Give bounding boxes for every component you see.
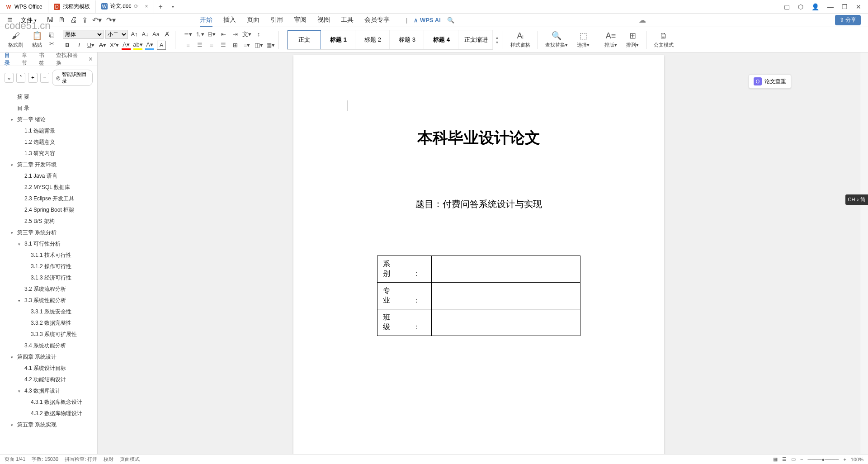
save-icon[interactable]: 🖫 xyxy=(47,16,54,24)
shading-button[interactable]: A▾ xyxy=(145,41,154,50)
shrink-font-icon[interactable]: A↓ xyxy=(141,30,150,39)
search-icon[interactable]: 🔍 xyxy=(447,17,454,24)
ribbon-tab-start[interactable]: 开始 xyxy=(200,14,212,27)
window-close-icon[interactable]: ✕ xyxy=(856,3,861,10)
font-color-button[interactable]: A▾ xyxy=(122,41,131,50)
file-menu[interactable]: 文件▾ xyxy=(18,16,39,24)
align-left-icon[interactable]: ≡ xyxy=(184,41,193,50)
collapse-all-button[interactable]: ⌄ xyxy=(5,73,14,83)
paragraph-shading-icon[interactable]: ◫▾ xyxy=(254,41,263,50)
outline-item[interactable]: 1.1 选题背景 xyxy=(5,125,97,137)
outline-item[interactable]: 2.1 Java 语言 xyxy=(5,170,97,182)
outline-item[interactable]: 2.5 B/S 架构 xyxy=(5,216,97,227)
document-title[interactable]: 本科毕业设计论文 xyxy=(330,128,628,148)
cut-icon[interactable]: ✂ xyxy=(49,40,55,47)
view-outline-icon[interactable]: ☰ xyxy=(782,456,787,462)
tab-close-icon[interactable]: × xyxy=(145,3,148,9)
ribbon-tab-review[interactable]: 审阅 xyxy=(294,14,307,27)
expand-button[interactable]: ˄ xyxy=(16,73,25,83)
zoom-out-icon[interactable]: − xyxy=(800,457,803,462)
user-avatar-icon[interactable]: 👤 xyxy=(811,3,819,10)
outline-item[interactable]: ▾3.1 可行性分析 xyxy=(5,238,97,250)
remove-level-button[interactable]: − xyxy=(40,73,49,83)
select-button[interactable]: ⬚选择▾ xyxy=(573,28,593,51)
ribbon-tab-insert[interactable]: 插入 xyxy=(223,14,236,27)
outline-item[interactable]: 4.2 功能结构设计 xyxy=(5,374,97,385)
outline-item[interactable]: ▾第三章 系统分析 xyxy=(5,227,97,238)
bold-button[interactable]: B xyxy=(63,41,72,50)
window-package-icon[interactable]: ⬡ xyxy=(798,3,803,10)
bullets-icon[interactable]: ≣▾ xyxy=(184,30,193,39)
status-spell[interactable]: 拼写检查: 打开 xyxy=(65,456,97,463)
ribbon-tab-view[interactable]: 视图 xyxy=(317,14,330,27)
outline-item[interactable]: 1.3 研究内容 xyxy=(5,148,97,159)
align-center-icon[interactable]: ☰ xyxy=(195,41,204,50)
outline-item[interactable]: 3.3.2 数据完整性 xyxy=(5,317,97,329)
change-case-icon[interactable]: Aa xyxy=(151,30,160,39)
zoom-slider[interactable]: ────●──── xyxy=(807,457,839,462)
underline-button[interactable]: U▾ xyxy=(86,41,95,50)
numbering-icon[interactable]: ⒈▾ xyxy=(195,30,204,39)
outline-item[interactable]: 3.4 系统功能分析 xyxy=(5,340,97,351)
italic-button[interactable]: I xyxy=(75,41,84,50)
status-words[interactable]: 字数: 15030 xyxy=(32,456,58,463)
outline-item[interactable]: ▾第一章 绪论 xyxy=(5,114,97,125)
sidebar-tab-bookmark[interactable]: 书签 xyxy=(39,52,49,67)
style-body[interactable]: 正文 xyxy=(288,30,321,49)
add-level-button[interactable]: + xyxy=(28,73,37,83)
distribute-icon[interactable]: ⊞ xyxy=(231,41,240,50)
sidebar-close-icon[interactable]: × xyxy=(89,55,93,63)
tab-wps-home[interactable]: W WPS Office xyxy=(0,0,48,13)
tab-dropdown-icon[interactable]: ▾ xyxy=(167,4,179,9)
outline-item[interactable]: ▾第五章 系统实现 xyxy=(5,419,97,431)
sidebar-tab-find[interactable]: 查找和替换 xyxy=(56,52,81,67)
zoom-in-icon[interactable]: + xyxy=(843,457,846,462)
window-tab-icon[interactable]: ▢ xyxy=(784,3,790,10)
ribbon-tab-page[interactable]: 页面 xyxy=(247,14,259,27)
export-icon[interactable]: ⇪ xyxy=(82,16,88,24)
find-replace-button[interactable]: 🔍查找替换▾ xyxy=(542,28,571,51)
info-table[interactable]: 系 别： 专 业： 班 级： xyxy=(377,256,580,336)
outline-item[interactable]: 3.1.2 操作可行性 xyxy=(5,261,97,272)
strikethrough-button[interactable]: A̶▾ xyxy=(98,41,107,50)
align-justify-icon[interactable]: ☰ xyxy=(219,41,228,50)
ime-indicator[interactable]: CH ♪ 简 xyxy=(845,194,868,205)
borders-icon[interactable]: ▦▾ xyxy=(266,41,275,50)
outline-item[interactable]: 1.2 选题意义 xyxy=(5,137,97,148)
redo-icon[interactable]: ↷▾ xyxy=(106,16,116,24)
cloud-icon[interactable]: ☁ xyxy=(639,16,646,24)
window-minimize-icon[interactable]: ― xyxy=(827,3,834,10)
writing-direction-icon[interactable]: 文▾ xyxy=(242,30,251,39)
zoom-value[interactable]: 100% xyxy=(851,457,863,462)
outline-item[interactable]: ▾第四章 系统设计 xyxy=(5,351,97,363)
clear-format-icon[interactable]: A̸ xyxy=(162,30,171,39)
style-heading3[interactable]: 标题 3 xyxy=(391,30,424,49)
align-right-icon[interactable]: ≡ xyxy=(207,41,216,50)
tab-document[interactable]: W 论文.doc ⟳ × xyxy=(96,0,154,13)
copy-icon[interactable]: ⿻ xyxy=(49,32,55,39)
gov-mode-button[interactable]: 🗎公文模式 xyxy=(650,28,677,51)
ribbon-tab-member[interactable]: 会员专享 xyxy=(364,14,390,27)
window-maximize-icon[interactable]: ❐ xyxy=(842,3,848,10)
font-size-select[interactable]: 小二 xyxy=(105,30,128,39)
paste-button[interactable]: 📋 粘贴 xyxy=(28,28,46,51)
outline-item[interactable]: 4.3.1 数据库概念设计 xyxy=(5,397,97,408)
outline-item[interactable]: 3.2 系统流程分析 xyxy=(5,284,97,295)
arrange-button[interactable]: ⊞排列▾ xyxy=(623,28,642,51)
print-icon[interactable]: 🖨 xyxy=(70,16,77,24)
outline-item[interactable]: 3.1.1 技术可行性 xyxy=(5,250,97,261)
document-subject[interactable]: 题目：付费问答系统设计与实现 xyxy=(330,198,628,210)
document-canvas[interactable]: 本科毕业设计论文 题目：付费问答系统设计与实现 系 别： 专 业： 班 级： xyxy=(98,52,860,454)
font-name-select[interactable]: 黑体 xyxy=(63,30,104,39)
outline-item[interactable]: 目 录 xyxy=(5,103,97,114)
status-mode[interactable]: 页面模式 xyxy=(120,456,140,463)
style-heading1[interactable]: 标题 1 xyxy=(322,30,355,49)
style-indent[interactable]: 正文缩进 xyxy=(459,30,493,49)
paper-check-badge[interactable]: Q 论文查重 xyxy=(749,74,791,89)
outline-item[interactable]: 4.1 系统设计目标 xyxy=(5,363,97,374)
style-pane-button[interactable]: Aᵢ样式窗格 xyxy=(507,28,534,51)
status-proof[interactable]: 校对 xyxy=(104,456,113,463)
ribbon-tab-reference[interactable]: 引用 xyxy=(270,14,283,27)
document-page[interactable]: 本科毕业设计论文 题目：付费问答系统设计与实现 系 别： 专 业： 班 级： xyxy=(293,55,664,454)
decrease-indent-icon[interactable]: ⇤ xyxy=(219,30,228,39)
